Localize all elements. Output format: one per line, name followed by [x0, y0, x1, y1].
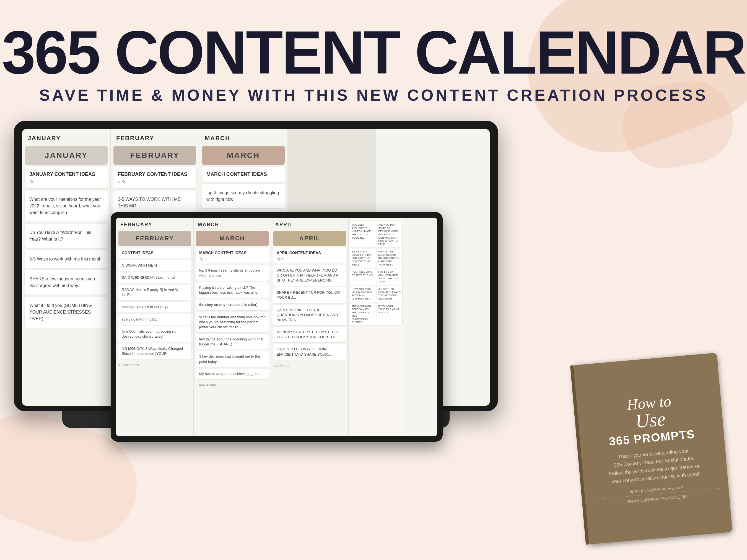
month-title-february: FEBRUARY	[119, 151, 191, 160]
col-menu-february[interactable]: ···	[189, 135, 194, 141]
tablet-month-mar: MARCH	[196, 231, 269, 246]
month-header-march: MARCH	[202, 146, 285, 165]
trello-card[interactable]: MARCH CONTENT IDEAS	[202, 167, 285, 182]
social-card-cell: I MY LIFE LY CHANGED ATED AND D WHAT OM …	[377, 269, 403, 285]
social-card-cell: 3-5 KEY TIPS EXAMPLE: 4 WAYS TO OVERCOME…	[377, 286, 403, 302]
col-menu-january[interactable]: ···	[100, 135, 105, 141]
page-subtitle: SAVE TIME & MONEY WITH THIS NEW CONTENT …	[0, 86, 747, 104]
tablet-card[interactable]: top 3 things I see my clients struggling…	[196, 265, 269, 281]
trello-card[interactable]: FEBRUARY CONTENT IDEAS ≡ 📎 1	[113, 167, 196, 188]
book-prompts: 365 PROMPTS	[609, 428, 695, 448]
tablet-card[interactable]: O WORK WITH ME H	[119, 260, 191, 271]
tablet-card[interactable]: hallenge Yourself in industry)	[119, 302, 191, 312]
card-title: FEBRUARY CONTENT IDEAS	[118, 171, 192, 178]
tablet-card[interactable]: MARCH CONTENT IDEAS 📎 1	[196, 247, 269, 264]
tablet-card[interactable]: SAID WEDNESDAY: t testimonial	[119, 272, 191, 283]
tablet-add-card-march[interactable]: + Add a card	[194, 381, 271, 390]
trello-card[interactable]: SHARE a few industry norms you don't agr…	[25, 270, 108, 295]
tablet-header-feb: FEBRUARY ···	[116, 218, 194, 230]
tablet-month-feb: FEBRUARY	[119, 231, 191, 246]
trello-card[interactable]: What are your intentions for the year 20…	[25, 190, 108, 221]
tablet-menu-feb[interactable]: ···	[186, 222, 189, 227]
col-header-january: JANUARY ···	[22, 129, 110, 144]
col-title-february: FEBRUARY	[116, 135, 154, 142]
tablet-add-card-april[interactable]: + Add a ca...	[271, 362, 348, 370]
tablet-card-body: NG MONDAY: 3 Ways tically Changed Since …	[122, 346, 188, 356]
tablet-card[interactable]: fore Optimistic even not seeing ( a desi…	[119, 326, 191, 342]
social-card-cell: YOU BEEN JUBLICIZE IT NAMED I MINCE THAT…	[350, 222, 376, 248]
trello-card[interactable]: 3-5 WAYS TO WORK WITH ME THIS MO...	[113, 190, 196, 215]
tablet-card[interactable]: the story on why I created this (offer)	[196, 299, 269, 310]
tablet-card-body: scary goal with my biz	[122, 317, 188, 322]
tablet-add-card[interactable]: + Add a card	[116, 361, 194, 369]
trello-card[interactable]: Do You Have A "Word" For This Year? What…	[25, 224, 108, 248]
card-body: What if I told you (SOMETHING YOUR AUDIE…	[29, 302, 103, 322]
tablet-card[interactable]: WHO ARE YOU AND WHAT YOU DO OR OFFER THA…	[273, 265, 346, 286]
tablet-card-title: MARCH CONTENT IDEAS	[199, 250, 265, 256]
month-title-march: MARCH	[207, 151, 280, 160]
tablet-card[interactable]: My secret weapon to achieving __ is....	[196, 369, 269, 379]
tablet-card-body: Playing it safe or taking a risk? The bi…	[199, 285, 265, 295]
tablet-mockup: FEBRUARY ··· FEBRUARY CONTENT IDEAS O WO…	[111, 212, 443, 461]
tablet-card[interactable]: NG MONDAY: 3 Ways tically Changed Since …	[119, 344, 191, 359]
trello-column-january: JANUARY ··· JANUARY JANUARY CONTENT IDEA…	[22, 129, 111, 406]
col-title-january: JANUARY	[28, 135, 61, 142]
trello-card[interactable]: JANUARY CONTENT IDEAS 📎 1	[25, 167, 108, 188]
tablet-card[interactable]: MONDAY STRATE: STEP BY STEP ST TEACH TO …	[273, 327, 346, 342]
card-meta: ≡ 📎 1	[118, 180, 192, 184]
tablet-card[interactable]: RSDAY: Here's Exactly R] Is And Who It's…	[119, 285, 191, 300]
tablet-card-body: O WORK WITH ME H	[122, 263, 188, 268]
card-body: SHARE a few industry norms you don't agr…	[29, 276, 103, 289]
tablet-col-march: MARCH ··· MARCH MARCH CONTENT IDEAS 📎 1 …	[194, 218, 271, 436]
tablet-card-body: 3 key decisions that brought me to this …	[199, 354, 265, 364]
cards-grid: YOU BEEN JUBLICIZE IT NAMED I MINCE THAT…	[350, 222, 403, 326]
tablet-card[interactable]: What's the number one thing you look for…	[196, 312, 269, 333]
tablet-card-body: the story on why I created this (offer)	[199, 302, 265, 307]
social-card-cell: ROUTINE'S LOVE OR HATE THE YOU	[350, 269, 376, 285]
page-header: 365 CONTENT CALENDAR SAVE TIME & MONEY W…	[0, 0, 747, 115]
tablet-col-april: APRIL ··· APRIL APRIL CONTENT IDEAS 📎 1 …	[271, 218, 349, 436]
tablet-card[interactable]: 3 key decisions that brought me to this …	[196, 351, 269, 367]
tablet-card[interactable]: APRIL CONTENT IDEAS 📎 1	[273, 247, 346, 264]
tablet-card[interactable]: HAVE YOU DIS WAY OF DOIN EFFICIENTLY O S…	[273, 344, 346, 359]
tablet-col-cards: YOU BEEN JUBLICIZE IT NAMED I MINCE THAT…	[349, 218, 404, 436]
book-subtitle: Thank you for downloading your 365 Conte…	[607, 446, 702, 486]
social-card-cell: HOW YOU TAKE MESSY MASSIVE ACTION IN LIF…	[350, 286, 376, 302]
tablet-menu-mar[interactable]: ···	[263, 222, 267, 227]
tablet-title-mar: MARCH	[198, 222, 219, 228]
tablet-card-body: top 3 things I see my clients struggling…	[199, 268, 265, 278]
tablet-card[interactable]: Q& A DAY: TAKE TOD THE QUESTION/S YO MOS…	[273, 305, 346, 325]
month-header-february: FEBRUARY	[113, 146, 196, 165]
tablet-card-meta: 📎 1	[199, 257, 265, 261]
trello-card[interactable]: What if I told you (SOMETHING YOUR AUDIE…	[25, 297, 108, 328]
tablet-card-body: HAVE YOU DIS WAY OF DOIN EFFICIENTLY O S…	[277, 347, 343, 357]
tablet-card[interactable]: Playing it safe or taking a risk? The bi…	[196, 282, 269, 298]
tablet-card[interactable]: CONTENT IDEAS	[119, 247, 191, 259]
tablet-card[interactable]: SHARE A RECENT TUR FOR YOU OR YOUR BU...	[273, 287, 346, 303]
tablet-card-body: fore Optimistic even not seeing ( a desi…	[122, 329, 188, 339]
trello-card[interactable]: top 3 things see my clients struggling w…	[202, 184, 285, 208]
tablet-card-body: few things about the coaching world that…	[199, 337, 265, 347]
page-title: 365 CONTENT CALENDAR	[0, 22, 747, 83]
tablet-title-feb: FEBRUARY	[120, 222, 152, 228]
tablet-card[interactable]: scary goal with my biz	[119, 314, 191, 325]
social-card-cell: THE 4 COMMON PERSONALITY TRAITS OF MY MO…	[350, 303, 376, 326]
tablet-card[interactable]: few things about the coaching world that…	[196, 334, 269, 350]
tablet-month-title-mar: MARCH	[200, 235, 265, 242]
tablet-header-apr: APRIL ···	[271, 218, 348, 230]
card-body: top 3 things see my clients struggling w…	[206, 189, 280, 203]
tablet-card-body: hallenge Yourself in industry)	[122, 304, 188, 310]
social-card-cell: ARE YOU IN A STATE OF DEBACLE YOUR EVIDE…	[377, 222, 403, 248]
social-card-cell: 3-5 KEY TIPS EXAMPLE: 3 TIPS FOR CREATIN…	[350, 249, 376, 268]
card-body: 3-5 Ways to work with me this month	[29, 256, 103, 262]
trello-card[interactable]: 3-5 Ways to work with me this month	[25, 250, 108, 268]
tablet-title-apr: APRIL	[275, 222, 293, 228]
month-title-january: JANUARY	[30, 151, 103, 160]
tablet-menu-apr[interactable]: ···	[341, 222, 344, 227]
card-body: What are your intentions for the year 20…	[29, 196, 103, 216]
tablet-col-february: FEBRUARY ··· FEBRUARY CONTENT IDEAS O WO…	[116, 218, 194, 436]
tablet-month-title-feb: FEBRUARY	[122, 235, 187, 242]
col-menu-march[interactable]: ···	[277, 135, 282, 141]
main-content: JANUARY ··· JANUARY JANUARY CONTENT IDEA…	[0, 115, 747, 544]
card-title: MARCH CONTENT IDEAS	[206, 171, 280, 178]
